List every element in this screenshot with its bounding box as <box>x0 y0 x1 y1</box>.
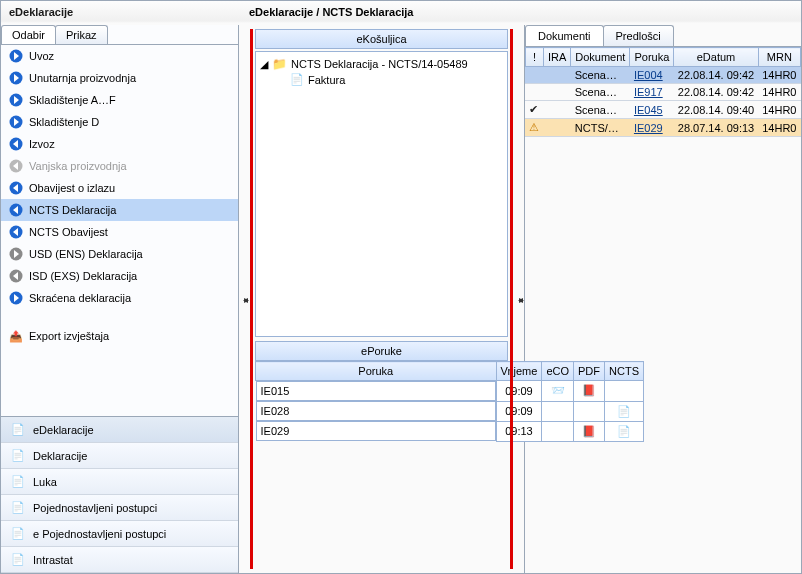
nav-item[interactable]: Skladištenje D <box>1 111 238 133</box>
envelope-tree[interactable]: ◢ NCTS Deklaracija - NCTS/14-05489 Faktu… <box>255 51 508 337</box>
tab-prikaz[interactable]: Prikaz <box>55 25 108 44</box>
grid-row[interactable]: Scena…IE04522.08.14. 09:4014HR0 <box>525 101 800 119</box>
col-edatum[interactable]: eDatum <box>674 48 758 67</box>
bottom-nav-item[interactable]: Luka <box>1 469 238 495</box>
bottom-nav-item[interactable]: eDeklaracije <box>1 417 238 443</box>
nav-item-label: NCTS Obavijest <box>29 226 108 238</box>
nav-item[interactable]: NCTS Deklaracija <box>1 199 238 221</box>
col-ncts[interactable]: NCTS <box>605 362 644 381</box>
app-window: { "titles": { "left": "eDeklaracije", "m… <box>0 0 802 574</box>
col-dokument[interactable]: Dokument <box>571 48 630 67</box>
col-ira[interactable]: IRA <box>543 48 570 67</box>
tree-root[interactable]: ◢ NCTS Deklaracija - NCTS/14-05489 <box>260 56 503 72</box>
nav-item-label: Skladištenje A…F <box>29 94 116 106</box>
col-mrn[interactable]: MRN <box>758 48 800 67</box>
document-icon <box>11 527 25 540</box>
bottom-nav-item[interactable]: Intrastat <box>1 547 238 573</box>
bottom-nav-item[interactable]: Pojednostavljeni postupci <box>1 495 238 521</box>
document-icon <box>11 449 25 462</box>
col-vrijeme[interactable]: Vrijeme <box>496 362 542 381</box>
cell-mrn: 14HR0 <box>758 119 800 137</box>
app-title-left: eDeklaracije <box>1 1 241 25</box>
arrow-icon <box>9 137 23 151</box>
tab-odabir[interactable]: Odabir <box>1 25 56 44</box>
poruka-link[interactable]: IE045 <box>634 104 663 116</box>
col-pdf[interactable]: PDF <box>574 362 605 381</box>
nav-item-label: NCTS Deklaracija <box>29 204 116 216</box>
cell-dokument: NCTS/… <box>571 119 630 137</box>
nav-list: UvozUnutarnja proizvodnjaSkladištenje A…… <box>1 44 238 416</box>
bottom-nav-label: e Pojednostavljeni postupci <box>33 528 166 540</box>
grid-row[interactable]: Scena…IE91722.08.14. 09:4214HR0 <box>525 84 800 101</box>
nav-item[interactable]: Izvoz <box>1 133 238 155</box>
nav-item-label: Izvoz <box>29 138 55 150</box>
tree-expand-icon[interactable]: ◢ <box>260 58 268 71</box>
col-poruka[interactable]: Poruka <box>630 48 674 67</box>
cell: 09:09 <box>496 381 542 402</box>
bottom-nav-label: Luka <box>33 476 57 488</box>
arrow-icon <box>9 291 23 305</box>
nav-item[interactable]: Unutarnja proizvodnja <box>1 67 238 89</box>
cell-poruka: IE917 <box>630 84 674 101</box>
cell-mrn: 14HR0 <box>758 101 800 119</box>
arrow-icon <box>9 181 23 195</box>
cell-dokument: Scena… <box>571 101 630 119</box>
envelope-icon[interactable] <box>551 384 565 396</box>
col-flag[interactable]: ! <box>525 48 543 67</box>
cell-ira <box>543 119 570 137</box>
cell <box>605 401 644 421</box>
folder-icon <box>272 57 287 71</box>
cell-ira <box>543 67 570 84</box>
doc-icon[interactable] <box>617 405 631 417</box>
export-report[interactable]: 📤Export izvještaja <box>1 325 238 347</box>
eporuke-row[interactable]: IE02809:09 <box>256 401 644 421</box>
nav-item[interactable]: Uvoz <box>1 45 238 67</box>
cell-poruka: IE004 <box>630 67 674 84</box>
grid-row[interactable]: Scena…IE00422.08.14. 09:4214HR0 <box>525 67 800 84</box>
poruka-link[interactable]: IE029 <box>634 122 663 134</box>
pdf-icon[interactable] <box>582 425 596 437</box>
eporuke-row[interactable]: IE02909:13 <box>256 421 644 441</box>
tab-predlosci[interactable]: Predlošci <box>603 25 674 46</box>
nav-item[interactable]: NCTS Obavijest <box>1 221 238 243</box>
tree-root-label: NCTS Deklaracija - NCTS/14-05489 <box>291 58 468 70</box>
cell-edatum: 22.08.14. 09:40 <box>674 101 758 119</box>
poruka-link[interactable]: IE004 <box>634 69 663 81</box>
pdf-icon[interactable] <box>582 384 596 396</box>
splitter-right[interactable] <box>514 25 524 573</box>
nav-item-label: Unutarnja proizvodnja <box>29 72 136 84</box>
eporuke-header: ePoruke <box>255 341 508 361</box>
tree-child[interactable]: Faktura <box>260 72 503 87</box>
nav-item[interactable]: Obavijest o izlazu <box>1 177 238 199</box>
col-eco[interactable]: eCO <box>542 362 574 381</box>
nav-item[interactable]: ISD (EXS) Deklaracija <box>1 265 238 287</box>
cell-mrn: 14HR0 <box>758 84 800 101</box>
poruka-link[interactable]: IE917 <box>634 86 663 98</box>
cell-poruka: IE029 <box>630 119 674 137</box>
export-icon: 📤 <box>9 329 23 343</box>
eporuke-row[interactable]: IE01509:09 <box>256 381 644 402</box>
doc-icon[interactable] <box>617 425 631 437</box>
tab-dokumenti[interactable]: Dokumenti <box>525 25 604 46</box>
cell-dokument: Scena… <box>571 67 630 84</box>
warn-icon <box>529 121 539 133</box>
sidebar: Odabir Prikaz UvozUnutarnja proizvodnjaS… <box>1 25 239 573</box>
arrow-icon <box>9 225 23 239</box>
nav-item-label: Skladištenje D <box>29 116 99 128</box>
cell-poruka: IE045 <box>630 101 674 119</box>
cell <box>574 421 605 441</box>
cell-flag <box>525 67 543 84</box>
eporuke-panel: ePoruke Poruka Vrijeme eCO PDF NCTS IE01… <box>255 341 508 442</box>
nav-item-label: Vanjska proizvodnja <box>29 160 127 172</box>
bottom-nav-item[interactable]: e Pojednostavljeni postupci <box>1 521 238 547</box>
cell <box>574 401 605 421</box>
documents-grid[interactable]: ! IRA Dokument Poruka eDatum MRN Scena…I… <box>525 47 801 137</box>
nav-item[interactable]: USD (ENS) Deklaracija <box>1 243 238 265</box>
right-panel: Dokumenti Predlošci ! IRA Dokument Poruk… <box>524 25 801 573</box>
splitter-left[interactable] <box>239 25 249 573</box>
bottom-nav-item[interactable]: Deklaracije <box>1 443 238 469</box>
nav-item[interactable]: Skraćena deklaracija <box>1 287 238 309</box>
grid-row[interactable]: NCTS/…IE02928.07.14. 09:1314HR0 <box>525 119 800 137</box>
nav-item[interactable]: Skladištenje A…F <box>1 89 238 111</box>
col-poruka[interactable]: Poruka <box>256 362 497 381</box>
